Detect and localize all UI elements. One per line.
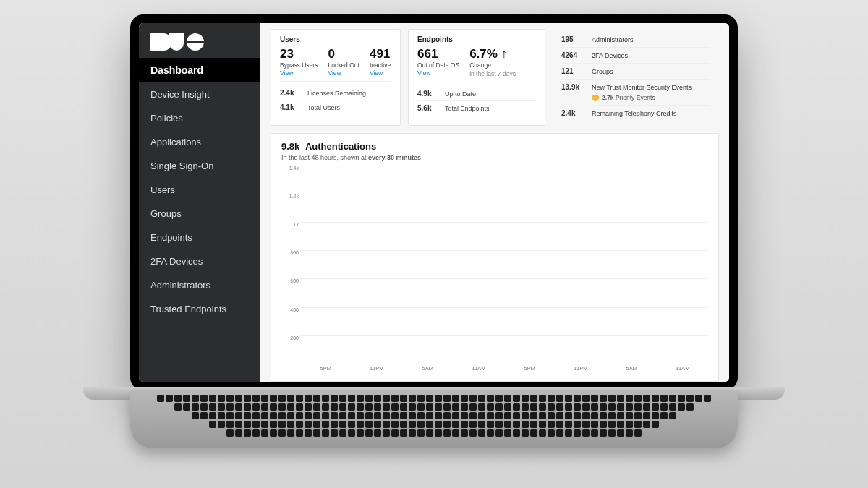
users-card: Users 23Bypass UsersView0Locked OutView4…	[271, 29, 401, 126]
auth-title-word: Authentications	[305, 141, 376, 152]
users-card-title: Users	[280, 35, 391, 43]
sidebar-item-device-insight[interactable]: Device Insight	[139, 82, 260, 106]
authentications-subtitle: In the last 48 hours, shown at every 30 …	[281, 154, 708, 161]
laptop-keyboard	[130, 390, 738, 448]
endpoints-metric: 6.7% ↑Changein the last 7 days	[469, 48, 516, 77]
side-stat-row[interactable]: 121Groups	[561, 64, 710, 80]
trend-up-icon: ↑	[498, 47, 507, 61]
duo-logo-icon	[150, 33, 204, 51]
priority-events[interactable]: 2.7k Priority Events	[592, 94, 710, 106]
endpoints-stat-row: 4.9kUp to Date	[417, 87, 536, 101]
sidebar-item-single-sign-on[interactable]: Single Sign-On	[139, 154, 260, 178]
svg-rect-1	[169, 33, 184, 43]
endpoints-card: Endpoints 661Out of Date OSView6.7% ↑Cha…	[408, 29, 545, 126]
shield-icon	[592, 95, 599, 102]
users-metric: 491InactiveView	[370, 48, 391, 77]
sidebar-item-trusted-endpoints[interactable]: Trusted Endpoints	[139, 297, 260, 321]
endpoints-metric: 661Out of Date OSView	[417, 48, 459, 77]
sidebar-item-dashboard[interactable]: Dashboard	[139, 58, 260, 82]
side-stat-row[interactable]: 42642FA Devices	[561, 48, 710, 64]
brand-logo	[139, 23, 260, 58]
sidebar-item-groups[interactable]: Groups	[139, 202, 260, 226]
authentications-title: 9.8k Authentications	[281, 141, 708, 152]
side-stat-row[interactable]: 195Administrators	[561, 32, 710, 48]
sidebar-item-applications[interactable]: Applications	[139, 130, 260, 154]
endpoints-stat-row: 5.6kTotal Endpoints	[417, 101, 536, 115]
users-metric: 0Locked OutView	[328, 48, 359, 77]
endpoints-card-title: Endpoints	[417, 35, 536, 43]
users-stat-row: 2.4kLicenses Remaining	[280, 86, 391, 100]
view-link[interactable]: View	[328, 69, 359, 77]
auth-count: 9.8k	[281, 141, 299, 152]
summary-cards-row: Users 23Bypass UsersView0Locked OutView4…	[260, 23, 729, 126]
users-stat-row: 4.1kTotal Users	[280, 100, 391, 114]
sidebar: DashboardDevice InsightPoliciesApplicati…	[139, 23, 260, 382]
view-link[interactable]: View	[370, 69, 391, 77]
sidebar-nav: DashboardDevice InsightPoliciesApplicati…	[139, 58, 260, 321]
sidebar-item-policies[interactable]: Policies	[139, 106, 260, 130]
view-link[interactable]: View	[280, 69, 318, 77]
side-stat-row[interactable]: 13.9kNew Trust Monitor Security Events	[561, 80, 710, 95]
sidebar-item-users[interactable]: Users	[139, 178, 260, 202]
main-content: Users 23Bypass UsersView0Locked OutView4…	[260, 23, 729, 382]
sidebar-item-administrators[interactable]: Administrators	[139, 273, 260, 297]
view-link[interactable]: View	[417, 69, 459, 77]
side-stats: 195Administrators42642FA Devices121Group…	[553, 29, 719, 126]
authentications-panel: 9.8k Authentications In the last 48 hour…	[271, 133, 719, 382]
users-metric: 23Bypass UsersView	[280, 48, 318, 77]
svg-rect-3	[187, 41, 204, 43]
sidebar-item-2fa-devices[interactable]: 2FA Devices	[139, 249, 260, 273]
app-root: DashboardDevice InsightPoliciesApplicati…	[139, 23, 729, 382]
sidebar-item-endpoints[interactable]: Endpoints	[139, 226, 260, 249]
side-stat-row[interactable]: 2.4kRemaining Telephony Credits	[561, 106, 710, 121]
authentications-chart: 1.4k1.2k1k800600400200 5PM11PM5AM11AM5PM…	[281, 166, 708, 377]
